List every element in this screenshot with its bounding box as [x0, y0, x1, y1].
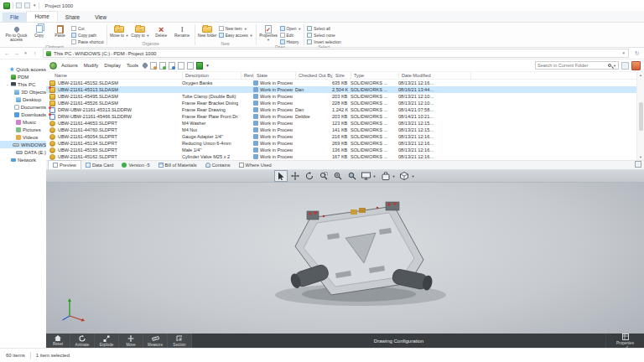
- check-out-icon[interactable]: [150, 62, 157, 70]
- pdm-vault-badge-icon[interactable]: [49, 62, 57, 70]
- pin-toolbar-icon[interactable]: [142, 62, 148, 69]
- orientation-cube-button[interactable]: [398, 171, 410, 181]
- breadcrumb-segment[interactable]: Project 1000: [127, 51, 158, 56]
- column-header-checked-out-by[interactable]: Checked Out By: [296, 72, 333, 79]
- tab-bom[interactable]: Bill of Materials: [154, 160, 201, 169]
- sidebar-item-3d-objects[interactable]: 3D Objects: [0, 88, 46, 96]
- explode-button[interactable]: Explode: [95, 334, 119, 348]
- sidebar-item-this-pc[interactable]: ⌄This PC: [0, 80, 46, 88]
- column-header-date-modified[interactable]: Date Modified: [399, 72, 471, 79]
- share-file-icon[interactable]: [187, 62, 194, 70]
- back-button[interactable]: ←: [3, 50, 11, 56]
- new-item-button[interactable]: New item▼: [219, 26, 253, 31]
- sidebar-item-desktop[interactable]: Desktop: [0, 96, 46, 103]
- table-row[interactable]: UBW-21161-44760.SLDPRTM4 NutWork in Proc…: [46, 127, 636, 133]
- configuration-label[interactable]: Drawing Configuration: [192, 334, 605, 348]
- display-dropdown-icon[interactable]: ▼: [373, 174, 377, 178]
- menu-display[interactable]: Display: [102, 63, 122, 68]
- quick-access-caret-icon[interactable]: ▼: [33, 3, 36, 8]
- tab-share[interactable]: Share: [58, 13, 87, 22]
- pan-tool-button[interactable]: [289, 171, 301, 181]
- view-mode-dropdown-icon[interactable]: ▼: [392, 174, 396, 178]
- sidebar-item-videos[interactable]: Videos: [0, 133, 46, 141]
- tab-preview[interactable]: Preview: [48, 160, 81, 169]
- table-row[interactable]: UBW-21161-45495.SLDASMTube Clamp (Double…: [46, 93, 636, 100]
- tab-file[interactable]: File: [3, 13, 26, 22]
- properties-button[interactable]: ✓ Properties ▼: [259, 23, 278, 43]
- cut-button[interactable]: Cut: [71, 26, 104, 31]
- copy-to-button[interactable]: → Copy to ▼: [131, 23, 150, 38]
- tab-home[interactable]: Home: [26, 11, 57, 22]
- column-header-description[interactable]: Description: [183, 72, 242, 79]
- sidebar-item-downloads[interactable]: Downloads: [0, 111, 46, 118]
- check-in-icon[interactable]: [159, 62, 166, 70]
- paste-button[interactable]: Paste: [50, 23, 70, 38]
- sidebar-item-network[interactable]: Network: [0, 156, 46, 163]
- scrollbar-thumb[interactable]: [639, 102, 643, 131]
- zoom-in-out-button[interactable]: [332, 171, 344, 181]
- table-row[interactable]: DRW-UBW-21161-45313.SLDDRWFrame Rear Dra…: [46, 106, 636, 113]
- section-button[interactable]: Section: [168, 334, 192, 348]
- search-icon[interactable]: [608, 64, 611, 67]
- select-tool-button[interactable]: [275, 171, 287, 181]
- table-row[interactable]: UBW-21161-45134.SLDPRTReducing Union 6-4…: [46, 140, 636, 147]
- file-list-scrollbar[interactable]: ▲ ▼: [636, 72, 644, 160]
- scroll-up-icon[interactable]: ▲: [639, 73, 642, 77]
- select-none-button[interactable]: Select none: [307, 33, 340, 38]
- table-row[interactable]: UBW-21161-44653.SLDPRTM4 WasherWork in P…: [46, 120, 636, 127]
- edit-button[interactable]: Edit: [280, 33, 302, 38]
- orientation-dropdown-icon[interactable]: ▼: [411, 174, 414, 178]
- easy-access-button[interactable]: Easy access▼: [219, 33, 253, 38]
- tab-data-card[interactable]: Data Card: [81, 160, 118, 169]
- measure-button[interactable]: Measure: [143, 334, 168, 348]
- pin-to-quick-access-button[interactable]: Pin to Quick access: [5, 23, 28, 43]
- menu-tools[interactable]: Tools: [125, 63, 140, 68]
- select-all-button[interactable]: Select all: [307, 26, 340, 31]
- tab-contains[interactable]: Contains: [201, 160, 235, 169]
- quick-access-toolbar-icon[interactable]: [16, 3, 22, 8]
- user-avatar[interactable]: [631, 61, 641, 70]
- animate-button[interactable]: Animate: [70, 334, 95, 348]
- get-latest-version-icon[interactable]: [169, 62, 175, 70]
- sidebar-item-music[interactable]: Music: [0, 118, 46, 126]
- menu-modify[interactable]: Modify: [82, 63, 101, 68]
- zoom-fit-button[interactable]: [346, 171, 358, 181]
- move-to-button[interactable]: ← Move to ▼: [110, 23, 129, 38]
- tab-where-used[interactable]: Where Used: [235, 160, 276, 169]
- column-header-type[interactable]: Type: [351, 72, 399, 79]
- table-row[interactable]: UBW-21161-45162.SLDPRTCylinder Valve M25…: [46, 153, 636, 160]
- table-row[interactable]: UBW-21161-45526.SLDASMFrame Rear Bracket…: [46, 100, 636, 106]
- reset-button[interactable]: Reset: [46, 334, 70, 348]
- tab-version[interactable]: Version -5: [117, 160, 153, 169]
- 3d-model-preview[interactable]: [252, 186, 470, 312]
- tab-view[interactable]: View: [87, 13, 114, 22]
- sidebar-item-data-e[interactable]: DATA (E:): [0, 148, 46, 156]
- open-button[interactable]: Open▼: [280, 26, 302, 31]
- search-input[interactable]: Search in Current Folder ▼: [535, 61, 619, 70]
- quick-access-folder-icon[interactable]: [24, 3, 30, 8]
- zoom-area-button[interactable]: [318, 171, 330, 181]
- copy-path-button[interactable]: Copy path: [71, 33, 104, 38]
- vault-view-icon[interactable]: [196, 62, 203, 70]
- expand-preview-icon[interactable]: [635, 161, 641, 168]
- breadcrumb-segment[interactable]: PDM: [112, 51, 125, 56]
- column-header-name[interactable]: Name: [46, 72, 183, 79]
- toolbar-more-icon[interactable]: ▼: [205, 63, 210, 68]
- delete-button[interactable]: × Delete: [152, 23, 171, 38]
- rotate-tool-button[interactable]: [304, 171, 315, 181]
- sidebar-item-pdm[interactable]: PDM: [0, 73, 46, 80]
- refresh-button[interactable]: ↻: [633, 50, 641, 57]
- sidebar-item-quick-access[interactable]: Quick access: [0, 65, 46, 73]
- expander-caret-icon[interactable]: ⌄: [6, 82, 9, 86]
- sidebar-item-documents[interactable]: Documents: [0, 103, 46, 111]
- up-button[interactable]: ↑: [31, 50, 39, 56]
- new-folder-button[interactable]: New folder: [198, 23, 217, 38]
- breadcrumb[interactable]: This PC›WINDOWS (C:)›PDM›Project 1000 ▼: [43, 49, 629, 58]
- search-dropdown-icon[interactable]: ▼: [613, 64, 616, 68]
- address-dropdown-icon[interactable]: ▼: [622, 51, 626, 55]
- display-settings-button[interactable]: [361, 171, 372, 181]
- rename-button[interactable]: I Rename: [173, 23, 192, 38]
- table-row[interactable]: UBW-21161-45313.SLDASMWork in ProcessDan…: [46, 86, 636, 93]
- preview-viewport[interactable]: ▼ ▼ ▼: [46, 170, 644, 348]
- forward-button[interactable]: →: [13, 50, 20, 56]
